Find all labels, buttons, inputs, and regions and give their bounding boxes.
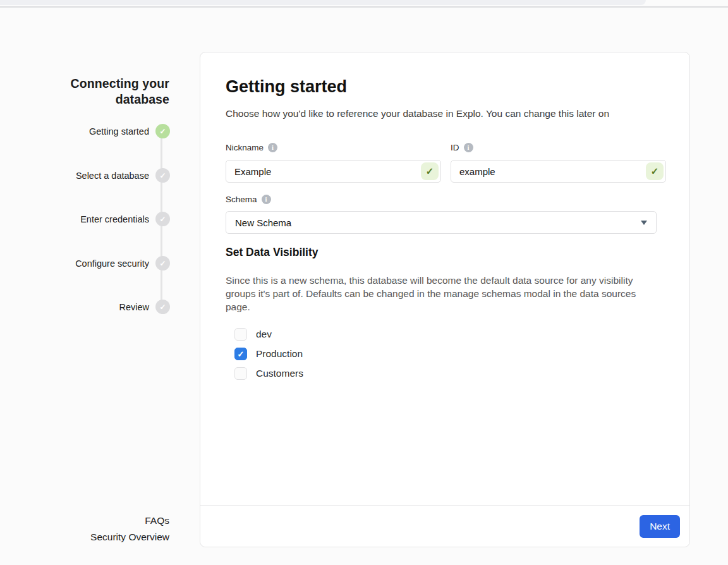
schema-label-text: Schema (226, 195, 257, 204)
step-label: Select a database (76, 171, 149, 181)
id-label: ID (451, 143, 473, 152)
schema-select[interactable]: New Schema (226, 211, 657, 234)
id-label-text: ID (451, 143, 459, 152)
data-visibility-heading: Set Data Visibility (226, 246, 318, 259)
visibility-group-label: Production (256, 348, 303, 360)
info-icon[interactable] (464, 143, 473, 152)
page-title: Getting started (226, 76, 347, 97)
data-visibility-description: Since this is a new schema, this databas… (226, 274, 658, 313)
visibility-group-label: Customers (256, 368, 303, 379)
step-check-icon (155, 300, 170, 314)
nickname-label-text: Nickname (226, 143, 264, 152)
wizard-title: Connecting your database (68, 76, 169, 107)
sidebar-step-getting-started[interactable]: Getting started (0, 124, 170, 138)
step-check-icon (155, 212, 170, 226)
nickname-input[interactable] (226, 160, 441, 183)
valid-check-icon (646, 162, 664, 180)
step-label: Enter credentials (80, 214, 149, 224)
valid-check-icon (421, 162, 439, 180)
sidebar-step-configure-security[interactable]: Configure security (0, 256, 170, 270)
card-footer: Next (200, 505, 689, 547)
info-icon[interactable] (262, 195, 271, 204)
info-icon[interactable] (268, 143, 277, 152)
schema-select-value: New Schema (235, 217, 641, 228)
id-input[interactable] (451, 160, 666, 183)
nickname-label: Nickname (226, 143, 277, 152)
security-overview-link[interactable]: Security Overview (0, 529, 169, 545)
page-subtitle: Choose how you'd like to reference your … (226, 107, 668, 121)
sidebar-step-enter-credentials[interactable]: Enter credentials (0, 212, 170, 226)
getting-started-card: Getting started Choose how you'd like to… (200, 52, 690, 547)
checkbox-customers[interactable] (234, 367, 247, 380)
step-label: Review (119, 302, 149, 312)
sidebar-links: FAQs Security Overview (0, 513, 169, 545)
faqs-link[interactable]: FAQs (0, 513, 169, 529)
visibility-group-label: dev (256, 329, 272, 340)
step-label: Getting started (89, 126, 149, 137)
schema-label: Schema (226, 195, 271, 204)
step-label: Configure security (75, 258, 149, 269)
sidebar-step-review[interactable]: Review (0, 300, 170, 314)
visibility-group-row-dev: dev (234, 327, 272, 341)
next-button[interactable]: Next (640, 515, 680, 538)
checkbox-dev[interactable] (234, 328, 247, 341)
step-check-icon (155, 124, 170, 138)
sidebar-step-select-database[interactable]: Select a database (0, 168, 170, 183)
visibility-group-row-customers: Customers (234, 367, 303, 380)
visibility-group-row-production: Production (234, 347, 303, 361)
dropdown-arrow-icon (641, 221, 647, 225)
step-check-icon (155, 168, 170, 183)
browser-tab-strip (0, 0, 646, 5)
browser-chrome-divider (0, 6, 728, 8)
step-check-icon (155, 256, 170, 270)
checkbox-production[interactable] (234, 348, 247, 360)
